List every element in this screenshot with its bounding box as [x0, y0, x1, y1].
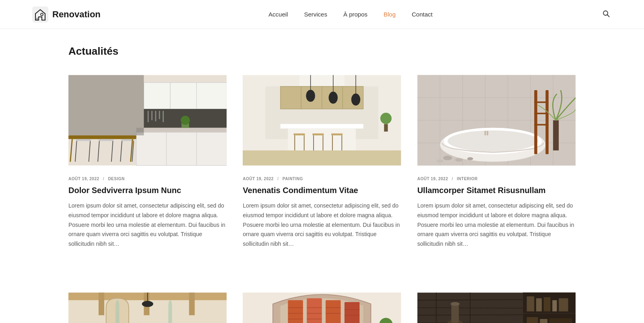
svg-rect-81	[534, 124, 549, 125]
svg-point-76	[448, 130, 538, 151]
blog-card-1-date: AOÛT 19, 2022	[68, 177, 99, 181]
blog-card-3-meta: AOÛT 19, 2022 / INTERIOR	[417, 177, 576, 181]
blog-card-2: AOÛT 19, 2022 / PAINTING Venenatis Condi…	[243, 72, 401, 249]
svg-rect-30	[148, 111, 149, 122]
svg-rect-124	[526, 296, 534, 311]
blog-grid: AOÛT 19, 2022 / DESIGN Dolor Sedviverra …	[68, 72, 576, 323]
blog-card-2-category: PAINTING	[283, 177, 303, 181]
svg-rect-10	[136, 128, 227, 132]
svg-rect-87	[484, 131, 486, 135]
svg-rect-101	[345, 302, 359, 323]
blog-card-2-meta: AOÛT 19, 2022 / PAINTING	[243, 177, 401, 181]
svg-rect-77	[534, 90, 537, 154]
search-button[interactable]	[601, 8, 612, 21]
svg-rect-82	[553, 120, 559, 150]
svg-rect-129	[526, 317, 538, 323]
svg-rect-62	[384, 124, 388, 132]
svg-rect-91	[99, 292, 104, 315]
svg-rect-19	[99, 139, 114, 141]
svg-point-57	[329, 92, 338, 104]
svg-rect-11	[136, 132, 227, 165]
svg-rect-78	[545, 90, 548, 154]
svg-rect-79	[534, 101, 549, 103]
nav-apropos[interactable]: À propos	[343, 11, 367, 18]
svg-rect-31	[151, 111, 153, 120]
svg-rect-80	[534, 113, 549, 114]
svg-point-134	[450, 302, 459, 306]
logo-icon	[32, 6, 48, 23]
window-image	[243, 265, 401, 323]
nav-accueil[interactable]: Accueil	[268, 11, 288, 18]
svg-rect-33	[159, 111, 160, 119]
svg-rect-0	[32, 6, 48, 23]
main-content: Actualités	[60, 29, 584, 323]
blog-card-1-meta: AOÛT 19, 2022 / DESIGN	[68, 177, 227, 181]
logo[interactable]: Renovation	[32, 6, 101, 23]
svg-point-55	[306, 90, 315, 102]
svg-point-86	[436, 159, 443, 162]
svg-rect-51	[331, 134, 343, 136]
svg-rect-15	[68, 135, 136, 139]
separator: /	[277, 177, 279, 181]
svg-rect-93	[189, 292, 195, 315]
blog-card-2-title: Venenatis Condimentum Vitae	[243, 185, 401, 195]
svg-rect-48	[313, 134, 324, 136]
blog-card-2-excerpt: Lorem ipsum dolor sit amet, consectetur …	[243, 201, 401, 249]
blog-card-3-date: AOÛT 19, 2022	[417, 177, 448, 181]
svg-point-28	[181, 116, 190, 125]
svg-point-61	[380, 113, 392, 124]
svg-rect-126	[543, 297, 550, 312]
blog-card-6-image[interactable]	[417, 265, 576, 323]
blog-card-6	[417, 265, 576, 323]
svg-rect-128	[559, 298, 568, 312]
svg-rect-88	[487, 131, 488, 135]
kitchen-image	[68, 72, 227, 169]
search-icon	[602, 10, 610, 18]
svg-point-59	[351, 94, 360, 106]
bathroom-image	[417, 72, 576, 169]
svg-rect-100	[326, 300, 341, 323]
svg-rect-127	[552, 300, 557, 311]
nav-services[interactable]: Services	[304, 11, 327, 18]
blog-card-1-title: Dolor Sedviverra Ipsum Nunc	[68, 185, 227, 195]
blog-card-2-image[interactable]	[243, 72, 401, 169]
svg-rect-131	[549, 318, 572, 323]
room-image	[68, 265, 227, 323]
blog-card-3: AOÛT 19, 2022 / INTERIOR Ullamcorper Sit…	[417, 72, 576, 249]
svg-rect-16	[76, 139, 91, 141]
svg-rect-99	[307, 298, 322, 323]
svg-point-84	[455, 158, 462, 162]
site-header: Renovation Accueil Services À propos Blo…	[0, 0, 644, 29]
svg-point-83	[443, 156, 452, 160]
nav-contact[interactable]: Contact	[412, 11, 433, 18]
nav-blog[interactable]: Blog	[384, 11, 396, 18]
open-kitchen-image	[243, 72, 401, 169]
svg-rect-34	[163, 111, 164, 122]
svg-point-85	[467, 157, 473, 160]
blog-card-1: AOÛT 19, 2022 / DESIGN Dolor Sedviverra …	[68, 72, 227, 249]
page-title: Actualités	[68, 45, 576, 58]
svg-line-3	[607, 15, 609, 17]
svg-rect-133	[451, 304, 459, 323]
blog-card-3-excerpt: Lorem ipsum dolor sit amet, consectetur …	[417, 201, 576, 249]
blog-card-5	[243, 265, 401, 323]
svg-rect-98	[288, 300, 303, 323]
svg-rect-125	[536, 298, 542, 312]
separator: /	[103, 177, 104, 181]
svg-rect-60	[243, 150, 401, 165]
blog-card-4	[68, 265, 227, 323]
blog-card-3-image[interactable]	[417, 72, 576, 169]
blog-card-2-date: AOÛT 19, 2022	[243, 177, 274, 181]
svg-rect-43	[281, 124, 363, 128]
svg-rect-32	[155, 111, 156, 121]
separator: /	[452, 177, 453, 181]
blog-card-1-category: DESIGN	[108, 177, 124, 181]
logo-text: Renovation	[52, 9, 101, 20]
svg-rect-29	[68, 75, 144, 136]
blog-card-1-image[interactable]	[68, 72, 227, 169]
svg-rect-5	[144, 82, 227, 109]
svg-rect-45	[294, 134, 305, 136]
svg-point-95	[142, 301, 153, 307]
blog-card-4-image[interactable]	[68, 265, 227, 323]
blog-card-5-image[interactable]	[243, 265, 401, 323]
